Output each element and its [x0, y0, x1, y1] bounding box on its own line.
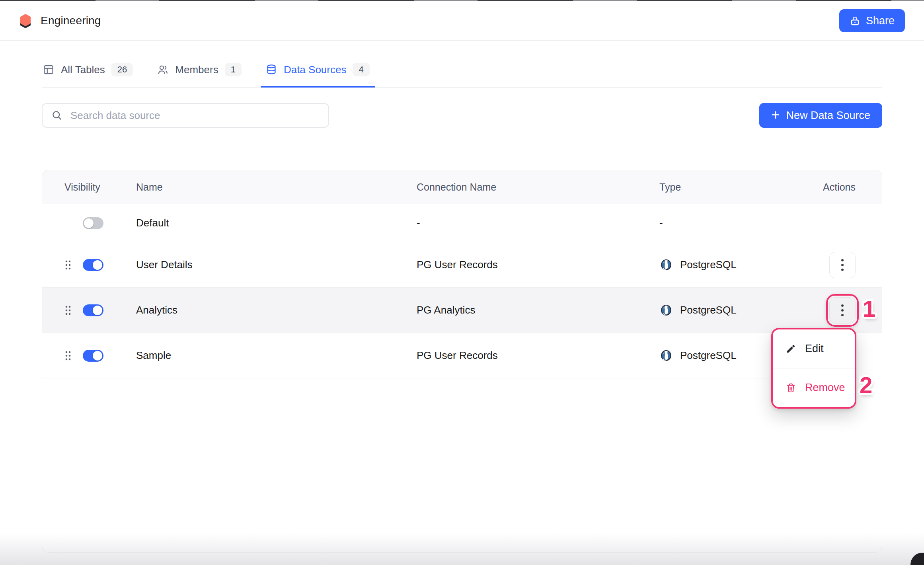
column-header-actions: Actions — [823, 181, 882, 193]
menu-item-label: Edit — [805, 343, 824, 355]
data-sources-table: Visibility Name Connection Name Type Act… — [42, 170, 882, 553]
datasource-type: PostgreSQL — [680, 349, 737, 362]
tab-label: Data Sources — [284, 64, 347, 76]
menu-item-label: Remove — [805, 382, 845, 394]
datasource-type: PostgreSQL — [680, 304, 737, 316]
datasource-name: Analytics — [136, 304, 417, 316]
menu-item-edit[interactable]: Edit — [773, 329, 855, 368]
connection-name: PG User Records — [417, 349, 659, 362]
postgresql-elephant-icon — [659, 258, 673, 272]
visibility-toggle[interactable] — [83, 217, 103, 229]
connection-name: PG Analytics — [417, 304, 659, 316]
connection-name: PG User Records — [417, 259, 659, 271]
tab-bar: All Tables 26 Members 1 — [42, 41, 882, 88]
row-actions-menu-button[interactable] — [829, 297, 856, 323]
trash-icon — [786, 382, 796, 393]
tab-count-badge: 1 — [225, 63, 242, 76]
tab-members[interactable]: Members 1 — [156, 63, 244, 87]
workspace-page: Engineering Share All Tables — [0, 0, 924, 565]
lock-icon — [850, 16, 860, 26]
app-header: Engineering Share — [0, 1, 924, 41]
drag-handle-icon[interactable] — [64, 259, 72, 271]
tab-label: Members — [175, 64, 218, 76]
window-edge — [0, 0, 924, 1]
share-button[interactable]: Share — [839, 9, 905, 32]
table-row-default: Default - - — [42, 204, 882, 242]
postgresql-elephant-icon — [659, 304, 673, 317]
toolbar: + New Data Source — [42, 103, 882, 128]
menu-item-remove[interactable]: Remove — [773, 368, 855, 407]
drag-handle-icon[interactable] — [64, 350, 72, 361]
database-icon — [265, 64, 277, 76]
column-header-name: Name — [136, 181, 417, 193]
visibility-toggle[interactable] — [83, 259, 103, 271]
tab-all-tables[interactable]: All Tables 26 — [42, 63, 135, 87]
users-icon — [157, 64, 169, 76]
datasource-type: - — [659, 217, 817, 229]
tab-label: All Tables — [61, 64, 105, 76]
table-header-row: Visibility Name Connection Name Type Act… — [42, 170, 882, 204]
row-actions-context-menu: Edit Remove — [771, 328, 856, 409]
workspace-logo-icon[interactable] — [19, 14, 32, 28]
postgresql-elephant-icon — [659, 349, 673, 362]
table-row-sample: Sample PG User Records PostgreSQL — [42, 333, 882, 378]
column-header-visibility: Visibility — [64, 181, 136, 193]
datasource-name: Sample — [136, 349, 417, 362]
annotation-step-2: 2 — [860, 372, 871, 398]
new-data-source-button[interactable]: + New Data Source — [759, 103, 882, 128]
column-header-connection: Connection Name — [417, 181, 659, 193]
drag-handle-icon[interactable] — [64, 305, 72, 316]
table-row-user-details: User Details PG User Records PostgreSQL — [42, 242, 882, 288]
annotation-ring-step-1 — [826, 294, 859, 327]
datasource-name: Default — [136, 217, 417, 229]
search-input[interactable] — [70, 109, 320, 122]
corner-overlay — [910, 553, 924, 565]
datasource-type: PostgreSQL — [680, 259, 737, 271]
tab-count-badge: 26 — [111, 63, 133, 76]
search-icon — [51, 110, 62, 121]
visibility-toggle[interactable] — [83, 350, 103, 362]
tab-count-badge: 4 — [353, 63, 369, 76]
connection-name: - — [417, 217, 659, 229]
datasource-name: User Details — [136, 259, 417, 271]
table-row-analytics: Analytics PG Analytics PostgreSQL — [42, 288, 882, 333]
search-box[interactable] — [42, 103, 329, 128]
pencil-icon — [786, 343, 796, 354]
new-data-source-label: New Data Source — [786, 109, 870, 122]
table-grid-icon — [43, 64, 55, 76]
page-title: Engineering — [41, 14, 101, 27]
tab-data-sources[interactable]: Data Sources 4 — [265, 63, 372, 87]
share-button-label: Share — [866, 15, 895, 27]
visibility-toggle[interactable] — [83, 304, 103, 316]
row-actions-menu-button[interactable] — [829, 252, 856, 278]
column-header-type: Type — [659, 181, 817, 193]
annotation-step-1: 1 — [863, 295, 875, 322]
